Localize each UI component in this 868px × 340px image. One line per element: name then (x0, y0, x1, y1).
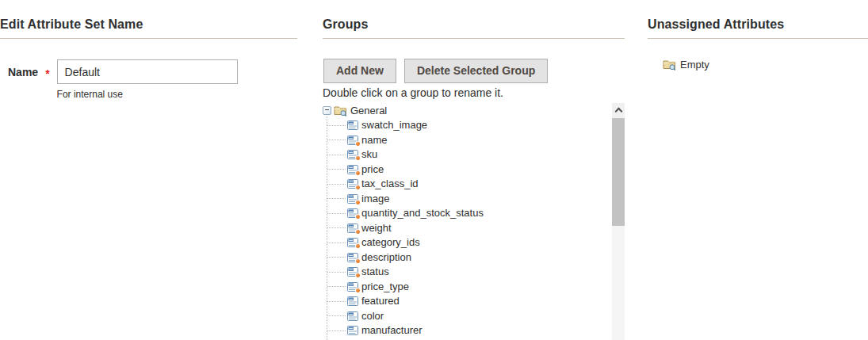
tree-item-label: color (361, 310, 384, 322)
orange-dot-badge (355, 273, 361, 278)
delete-selected-group-button[interactable]: Delete Selected Group (404, 59, 548, 83)
attribute-form-icon (347, 266, 358, 277)
tree-item-label: sku (361, 148, 377, 160)
tree-group-general[interactable]: General (321, 103, 625, 118)
tree-connector (327, 286, 346, 287)
tree-item-label: swatch_image (361, 119, 427, 131)
attribute-form-icon (347, 311, 358, 321)
unassigned-empty-row: Empty (648, 59, 868, 71)
tree-item-weight[interactable]: weight (321, 220, 625, 235)
groups-title: Groups (323, 17, 625, 32)
attribute-form-icon (347, 164, 358, 174)
attribute-form-icon (347, 223, 358, 233)
tree-item-label: status (361, 266, 389, 277)
attribute-form-icon (347, 178, 358, 189)
tree-item-label: quantity_and_stock_status (361, 207, 484, 219)
attribute-form-icon (347, 208, 358, 218)
tree-item-tax-class-id[interactable]: tax_class_id (321, 177, 625, 192)
name-field-note: For internal use (57, 89, 238, 100)
attribute-form-icon (347, 325, 358, 335)
tree-connector (327, 213, 346, 214)
attribute-form-icon (347, 252, 358, 262)
orange-dot-badge (355, 288, 361, 293)
name-form-row: Name * For internal use (0, 59, 297, 100)
attribute-set-edit-page: Edit Attribute Set Name Name * For inter… (0, 0, 868, 340)
attribute-form-icon (347, 120, 358, 130)
tree-item-swatch-image[interactable]: swatch_image (321, 118, 625, 133)
tree-item-sku[interactable]: sku (321, 147, 625, 162)
minus-expander-icon[interactable] (323, 106, 331, 115)
tree-item-label: price_type (361, 281, 409, 292)
tree-connector (327, 315, 346, 316)
name-field-column: For internal use (57, 59, 238, 100)
tree-item-manufacturer[interactable]: manufacturer (321, 323, 625, 338)
orange-dot-badge (355, 185, 361, 190)
orange-dot-badge (355, 229, 361, 235)
attribute-form-icon (347, 135, 358, 145)
tree-item-label: price (361, 163, 384, 175)
tree-connector (327, 198, 346, 199)
orange-dot-badge (355, 200, 361, 205)
panel-divider (0, 38, 297, 39)
tree-scrollbar[interactable] (612, 103, 625, 340)
tree-item-label: weight (361, 222, 392, 234)
orange-dot-badge (355, 141, 361, 147)
tree-item-price[interactable]: price (321, 162, 625, 177)
tree-rows: General swatch_image name sku (321, 103, 625, 338)
tree-item-label: name (361, 134, 388, 146)
tree-connector (327, 227, 346, 228)
tree-item-category-ids[interactable]: category_ids (321, 235, 625, 250)
orange-dot-badge (355, 155, 361, 161)
orange-dot-badge (355, 170, 361, 176)
folder-search-icon (663, 59, 676, 71)
panel-divider (648, 38, 868, 39)
tree-connector (327, 169, 346, 170)
chevron-up-icon (614, 108, 622, 116)
tree-item-status[interactable]: status (321, 265, 625, 280)
edit-attribute-set-name-panel: Edit Attribute Set Name Name * For inter… (0, 0, 297, 100)
folder-search-icon (334, 105, 347, 117)
attribute-form-icon (347, 193, 358, 204)
tree-connector (327, 125, 346, 126)
tree-item-quantity-and-stock-status[interactable]: quantity_and_stock_status (321, 206, 625, 221)
tree-item-color[interactable]: color (321, 308, 625, 323)
orange-dot-badge (355, 243, 361, 249)
tree-item-description[interactable]: description (321, 250, 625, 265)
tree-item-image[interactable]: image (321, 191, 625, 206)
tree-connector (327, 139, 346, 140)
tree-connector (327, 330, 346, 331)
tree-connector (327, 155, 346, 155)
orange-dot-badge (355, 214, 361, 220)
tree-connector (327, 272, 346, 273)
tree-item-label: description (361, 251, 411, 263)
tree-connector (327, 257, 346, 258)
tree-connector (327, 243, 346, 243)
name-input[interactable] (57, 59, 238, 84)
groups-panel: Groups Add New Delete Selected Group Dou… (323, 0, 625, 99)
tree-item-label: tax_class_id (361, 178, 419, 189)
name-label: Name (8, 66, 38, 100)
attribute-form-icon (347, 296, 358, 306)
scrollbar-thumb[interactable] (612, 118, 625, 226)
tree-group-label: General (350, 105, 387, 117)
add-new-button[interactable]: Add New (323, 59, 396, 83)
orange-dot-badge (355, 258, 361, 264)
tree-item-name[interactable]: name (321, 132, 625, 147)
attribute-form-icon (347, 149, 358, 159)
attribute-form-icon (347, 237, 358, 247)
scrollbar-up-button[interactable] (612, 103, 625, 117)
unassigned-empty-label: Empty (680, 59, 709, 71)
tree-connector (327, 301, 346, 302)
tree-item-featured[interactable]: featured (321, 294, 625, 309)
tree-item-label: manufacturer (361, 324, 423, 336)
tree-item-label: featured (361, 295, 400, 307)
tree-item-label: image (361, 193, 389, 204)
tree-item-label: category_ids (361, 236, 420, 248)
panel-divider (323, 38, 625, 39)
tree-item-price-type[interactable]: price_type (321, 279, 625, 294)
groups-tree: General swatch_image name sku (321, 103, 625, 340)
unassigned-attributes-title: Unassigned Attributes (648, 17, 868, 32)
unassigned-attributes-panel: Unassigned Attributes Empty (648, 0, 868, 71)
edit-attribute-set-name-title: Edit Attribute Set Name (0, 17, 297, 32)
tree-connector (327, 184, 346, 185)
